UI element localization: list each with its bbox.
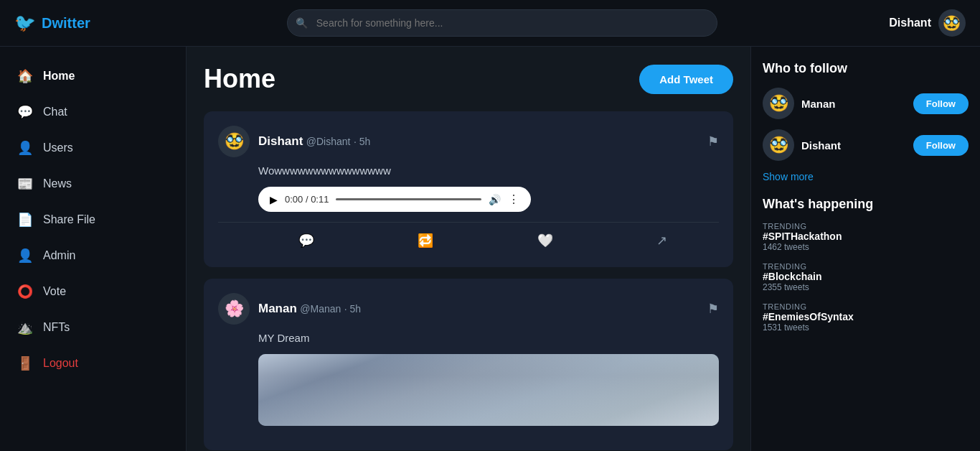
- tweet-author: 🌸 Manan @Manan · 5h: [218, 293, 361, 325]
- volume-icon[interactable]: 🔊: [489, 194, 501, 205]
- tweet-body: MY Dream: [218, 332, 719, 344]
- search-wrap: [287, 9, 717, 37]
- feed-header: Home Add Tweet: [204, 64, 733, 94]
- trend-count: 1462 tweets: [763, 242, 969, 252]
- tweet-author-info: Manan @Manan · 5h: [258, 302, 361, 316]
- what-happening-title: What's happening: [763, 197, 969, 212]
- feed: Home Add Tweet 🥸 Dishant @Dishant · 5h ⚑…: [187, 47, 750, 451]
- chat-icon: 💬: [17, 104, 33, 120]
- user-area: Dishant 🥸: [889, 9, 966, 37]
- sidebar-item-home[interactable]: 🏠 Home: [0, 58, 186, 94]
- sidebar-item-label: Admin: [43, 249, 75, 262]
- trend-count: 1531 tweets: [763, 322, 969, 333]
- logo-bird-icon: 🐦: [14, 13, 36, 33]
- main-layout: 🏠 Home 💬 Chat 👤 Users 📰 News 📄 Share Fil…: [0, 47, 980, 451]
- tweet-header: 🥸 Dishant @Dishant · 5h ⚑: [218, 126, 719, 157]
- tweet-author-info: Dishant @Dishant · 5h: [258, 134, 370, 149]
- tweet-time: · 5h: [344, 303, 361, 315]
- sidebar-item-label: Chat: [43, 106, 67, 118]
- sharefile-icon: 📄: [17, 212, 33, 228]
- tweet-time: · 5h: [354, 136, 370, 147]
- search-input[interactable]: [287, 9, 717, 37]
- logo: 🐦 Dwitter: [14, 13, 201, 33]
- trend-tag: #SPITHackathon: [763, 231, 969, 242]
- trend-count: 2355 tweets: [763, 282, 969, 292]
- trend-tag: #EnemiesOfSyntax: [763, 311, 969, 322]
- tweet-card: 🥸 Dishant @Dishant · 5h ⚑ Wowwwwwwwwwwww…: [204, 111, 733, 267]
- follow-button[interactable]: Follow: [913, 135, 969, 156]
- show-more-link[interactable]: Show more: [763, 171, 969, 182]
- right-panel: Who to follow 🥸 Manan Follow 🥸 Dishant F…: [750, 47, 980, 451]
- trend-label: Trending: [763, 222, 969, 231]
- tweet-header: 🌸 Manan @Manan · 5h ⚑: [218, 293, 719, 325]
- follow-button[interactable]: Follow: [913, 93, 969, 114]
- sidebar-item-admin[interactable]: 👤 Admin: [0, 238, 186, 274]
- follow-item: 🥸 Dishant Follow: [763, 129, 969, 161]
- audio-player: ▶ 0:00 / 0:11 🔊 ⋮: [258, 187, 531, 212]
- tweet-handle: @Manan: [300, 303, 341, 315]
- flag-icon[interactable]: ⚑: [707, 301, 719, 317]
- follow-name: Dishant: [801, 139, 906, 152]
- page-title: Home: [204, 64, 275, 94]
- admin-icon: 👤: [17, 248, 33, 264]
- sidebar-item-label: Home: [43, 70, 75, 83]
- sidebar-item-sharefile[interactable]: 📄 Share File: [0, 202, 186, 238]
- sidebar-item-chat[interactable]: 💬 Chat: [0, 94, 186, 130]
- topnav: 🐦 Dwitter Dishant 🥸: [0, 0, 980, 47]
- follow-name: Manan: [801, 98, 906, 110]
- sidebar-item-label: Share File: [43, 213, 95, 226]
- users-icon: 👤: [17, 140, 33, 156]
- who-to-follow-title: Who to follow: [763, 61, 969, 76]
- sidebar-item-label: Users: [43, 141, 73, 154]
- tweet-card: 🌸 Manan @Manan · 5h ⚑ MY Dream: [204, 279, 733, 450]
- nfts-icon: ⛰️: [17, 320, 33, 335]
- retweet-icon[interactable]: 🔁: [403, 228, 448, 253]
- home-icon: 🏠: [17, 68, 33, 84]
- sidebar: 🏠 Home 💬 Chat 👤 Users 📰 News 📄 Share Fil…: [0, 47, 187, 451]
- sidebar-item-label: NFTs: [43, 321, 70, 334]
- sidebar-item-nfts[interactable]: ⛰️ NFTs: [0, 310, 186, 345]
- sidebar-item-label: Logout: [43, 357, 78, 370]
- vote-icon: ⭕: [17, 284, 33, 299]
- sidebar-item-vote[interactable]: ⭕ Vote: [0, 274, 186, 310]
- sidebar-item-users[interactable]: 👤 Users: [0, 130, 186, 166]
- tweet-image: [258, 354, 719, 426]
- like-icon[interactable]: 🤍: [523, 228, 567, 253]
- tweet-author: 🥸 Dishant @Dishant · 5h: [218, 126, 370, 157]
- tweet-name: Manan: [258, 302, 297, 315]
- logout-icon: 🚪: [17, 355, 33, 371]
- trend-label: Trending: [763, 302, 969, 311]
- tweet-actions: 💬 🔁 🤍 ↗: [218, 222, 719, 253]
- sidebar-item-label: Vote: [43, 285, 66, 298]
- tweet-image-content: [258, 354, 719, 426]
- avatar: 🌸: [218, 293, 250, 325]
- trend-item: Trending #Blockchain 2355 tweets: [763, 262, 969, 292]
- audio-time: 0:00 / 0:11: [285, 194, 329, 205]
- share-icon[interactable]: ↗: [642, 228, 682, 253]
- sidebar-item-logout[interactable]: 🚪 Logout: [0, 345, 186, 381]
- flag-icon[interactable]: ⚑: [707, 134, 719, 149]
- audio-progress-bar[interactable]: [336, 198, 481, 200]
- avatar: 🥸: [763, 129, 794, 161]
- tweet-name: Dishant: [258, 134, 303, 148]
- avatar: 🥸: [763, 88, 794, 119]
- sidebar-item-news[interactable]: 📰 News: [0, 166, 186, 202]
- logo-text: Dwitter: [42, 15, 90, 32]
- sidebar-item-label: News: [43, 177, 72, 190]
- avatar: 🥸: [218, 126, 250, 157]
- trend-label: Trending: [763, 262, 969, 271]
- audio-more-icon[interactable]: ⋮: [508, 192, 519, 206]
- trend-item: Trending #SPITHackathon 1462 tweets: [763, 222, 969, 252]
- search-bar: [287, 9, 717, 37]
- tweet-handle: @Dishant: [306, 136, 351, 147]
- trend-tag: #Blockchain: [763, 271, 969, 282]
- tweet-body: Wowwwwwwwwwwwwwww: [218, 164, 719, 177]
- trend-item: Trending #EnemiesOfSyntax 1531 tweets: [763, 302, 969, 333]
- play-icon[interactable]: ▶: [270, 194, 278, 205]
- user-name: Dishant: [889, 17, 931, 29]
- follow-item: 🥸 Manan Follow: [763, 88, 969, 119]
- add-tweet-button[interactable]: Add Tweet: [639, 65, 733, 94]
- avatar[interactable]: 🥸: [938, 9, 966, 37]
- comment-icon[interactable]: 💬: [284, 228, 329, 253]
- news-icon: 📰: [17, 176, 33, 192]
